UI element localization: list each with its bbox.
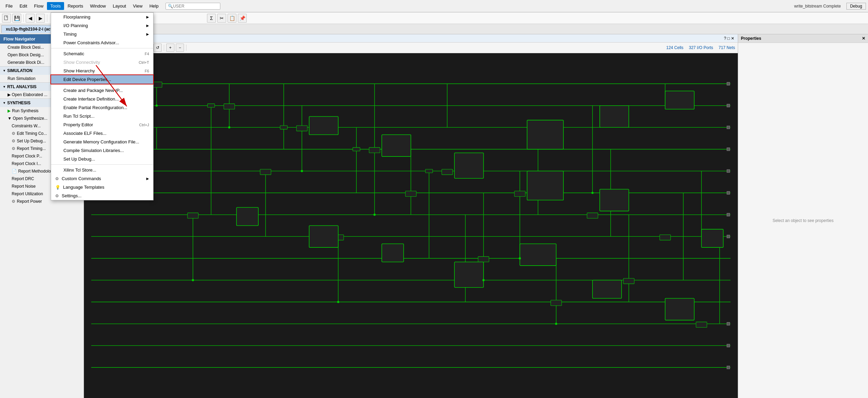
menu-custom-commands[interactable]: ⚙ Custom Commands ▶	[51, 174, 153, 183]
svg-point-86	[192, 279, 194, 281]
settings-gear-icon: ⚙	[55, 194, 59, 198]
svg-rect-97	[727, 235, 730, 238]
run-synthesis-play-icon: ▶	[8, 108, 11, 113]
svg-point-89	[555, 323, 557, 325]
menu-edit[interactable]: Edit	[16, 2, 30, 10]
svg-rect-46	[369, 148, 380, 153]
svg-rect-49	[587, 213, 598, 218]
nav-rtl-label: RTL ANALYSIS	[7, 84, 37, 89]
connectivity-shortcut: Ctrl+T	[139, 60, 149, 65]
edit-device-label: Edit Device Properties...	[63, 77, 111, 82]
svg-rect-57	[623, 278, 634, 284]
svg-rect-64	[309, 117, 338, 135]
hierarchy-shortcut: F6	[145, 69, 149, 73]
menu-language-templates[interactable]: 💡 Language Templates	[51, 183, 153, 191]
menu-edit-device-properties[interactable]: Edit Device Properties...	[51, 75, 153, 84]
toolbar-save-btn[interactable]: 💾	[12, 14, 21, 23]
title-right: write_bitstream Complete	[794, 4, 844, 9]
property-editor-shortcut: Ctrl+J	[139, 123, 149, 127]
toolbar-copy-btn[interactable]: 📋	[228, 14, 236, 23]
sch-cells-stat[interactable]: 124 Cells	[666, 45, 683, 50]
edit-timing-gear-icon: ⚙	[12, 131, 15, 136]
toolbar-back-btn[interactable]: ◀	[26, 14, 35, 23]
svg-rect-61	[280, 126, 287, 129]
schematic-help: ? □ ✕	[724, 36, 734, 41]
svg-rect-1	[84, 62, 738, 389]
menu-power-constraints[interactable]: Power Constraints Advisor...	[51, 38, 153, 47]
svg-point-82	[301, 170, 303, 172]
tools-dropdown-menu: Floorplanning ▶ I/O Planning ▶ Timing ▶ …	[51, 12, 154, 200]
report-method-doc-icon: 📄	[12, 169, 17, 174]
schematic-menu-label: Schematic	[63, 51, 84, 56]
menu-layout[interactable]: Layout	[109, 2, 130, 10]
svg-rect-55	[478, 257, 489, 262]
properties-panel: Properties ✕ Select an object to see pro…	[738, 34, 868, 398]
menu-property-editor[interactable]: Property Editor Ctrl+J	[51, 120, 153, 129]
properties-placeholder: Select an object to see properties	[738, 43, 868, 398]
menu-setup-debug[interactable]: Set Up Debug...	[51, 155, 153, 163]
language-templates-label: Language Templates	[63, 185, 104, 190]
svg-rect-60	[207, 104, 215, 107]
menu-gen-memory[interactable]: Generate Memory Configuration File...	[51, 138, 153, 146]
menu-run-tcl[interactable]: Run Tcl Script...	[51, 112, 153, 120]
svg-rect-48	[514, 191, 525, 197]
svg-rect-45	[296, 126, 307, 131]
svg-rect-0	[4, 16, 8, 20]
menu-reports[interactable]: Reports	[64, 2, 87, 10]
sch-expand-btn[interactable]: −	[176, 44, 184, 52]
menu-help[interactable]: Help	[146, 2, 162, 10]
search-input[interactable]	[173, 4, 214, 9]
svg-rect-56	[551, 300, 562, 306]
rtl-chevron: ▼	[3, 85, 6, 89]
sch-nets-stat[interactable]: 717 Nets	[719, 45, 735, 50]
custom-commands-arrow: ▶	[146, 177, 149, 180]
svg-rect-75	[665, 298, 694, 320]
svg-rect-96	[727, 213, 730, 216]
svg-rect-67	[527, 171, 563, 200]
menu-file[interactable]: File	[2, 2, 16, 10]
menu-associate-elf[interactable]: Associate ELF Files...	[51, 129, 153, 138]
menu-enable-partial-reconfig[interactable]: Enable Partial Reconfiguration...	[51, 103, 153, 112]
svg-rect-69	[236, 208, 258, 226]
sch-refresh-btn[interactable]: ↺	[154, 44, 162, 52]
menu-io-planning[interactable]: I/O Planning ▶	[51, 21, 153, 30]
svg-rect-54	[405, 191, 416, 197]
menu-show-hierarchy[interactable]: Show Hierarchy F6	[51, 67, 153, 75]
svg-rect-58	[696, 322, 707, 327]
menu-sep1	[51, 48, 153, 48]
toolbar-new-btn[interactable]	[2, 14, 11, 23]
menu-window[interactable]: Window	[87, 2, 109, 10]
svg-rect-47	[442, 169, 453, 175]
report-timing-gear-icon: ⚙	[12, 146, 15, 151]
sch-minus2-btn[interactable]: +	[166, 44, 174, 52]
menu-tools[interactable]: Tools	[47, 2, 64, 10]
toolbar-paste-btn[interactable]: 📌	[238, 14, 247, 23]
svg-rect-68	[600, 189, 629, 211]
svg-point-87	[337, 301, 339, 303]
menu-create-package[interactable]: Create and Package New IP...	[51, 86, 153, 95]
search-box[interactable]: 🔍	[166, 3, 220, 10]
menu-view[interactable]: View	[130, 2, 146, 10]
menu-create-interface[interactable]: Create Interface Definition...	[51, 95, 153, 103]
svg-rect-65	[382, 135, 411, 157]
toolbar-sigma-btn[interactable]: Σ	[207, 14, 216, 23]
menu-flow[interactable]: Flow	[30, 2, 47, 10]
language-bulb-icon: 💡	[55, 185, 60, 190]
toolbar-cut-btn[interactable]: ✂	[217, 14, 226, 23]
sch-io-stat[interactable]: 327 I/O Ports	[689, 45, 713, 50]
properties-close-icon[interactable]: ✕	[862, 36, 865, 41]
svg-rect-78	[665, 91, 694, 109]
toolbar-fwd-btn[interactable]: ▶	[36, 14, 45, 23]
menu-xilinx-tcl-store[interactable]: Xilinx Tcl Store...	[51, 166, 153, 174]
menu-compile-sim[interactable]: Compile Simulation Libraries...	[51, 146, 153, 155]
connectivity-label: Show Connectivity	[63, 60, 100, 65]
xilinx-tcl-label: Xilinx Tcl Store...	[63, 167, 96, 173]
elf-label: Associate ELF Files...	[63, 131, 107, 136]
report-power-gear-icon: ⚙	[12, 199, 15, 204]
svg-rect-70	[309, 226, 338, 248]
menu-floorplanning[interactable]: Floorplanning ▶	[51, 13, 153, 21]
schematic-canvas[interactable]	[84, 53, 738, 398]
menu-schematic[interactable]: Schematic F4	[51, 49, 153, 58]
menu-timing[interactable]: Timing ▶	[51, 30, 153, 38]
menu-settings[interactable]: ⚙ Settings...	[51, 191, 153, 200]
